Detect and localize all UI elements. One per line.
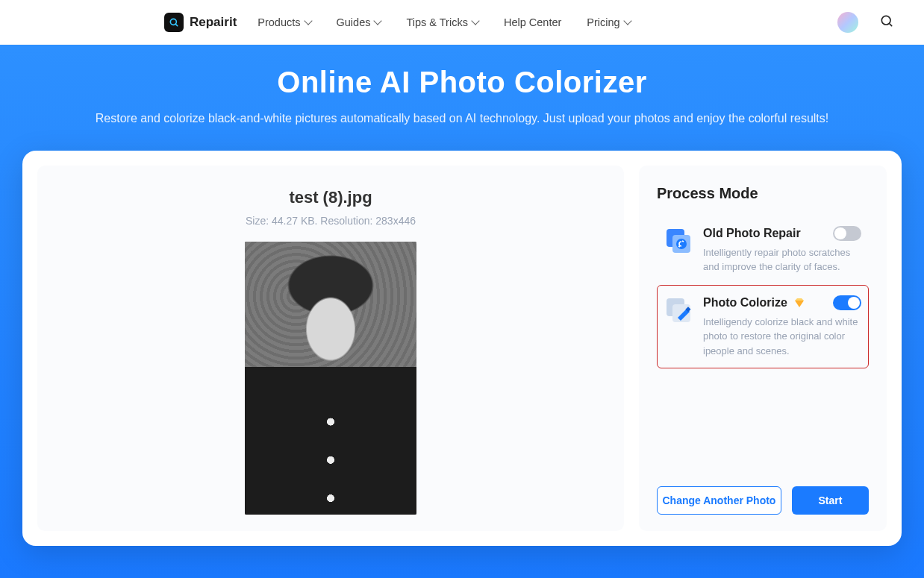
chevron-down-icon [623, 16, 631, 25]
svg-point-4 [676, 239, 687, 249]
brand-logo[interactable]: Repairit [164, 13, 237, 32]
nav-label: Pricing [587, 16, 619, 28]
nav-label: Help Center [504, 16, 561, 28]
file-meta: Size: 44.27 KB. Resolution: 283x446 [246, 215, 416, 227]
premium-badge-icon [793, 297, 805, 309]
process-mode-panel: Process Mode Old Photo Repair [639, 166, 887, 531]
chevron-down-icon [471, 16, 479, 25]
header-actions [837, 12, 894, 33]
repair-icon [664, 226, 693, 254]
nav-item-pricing[interactable]: Pricing [587, 16, 630, 28]
search-button[interactable] [879, 13, 894, 31]
nav-item-guides[interactable]: Guides [337, 16, 381, 28]
change-photo-button[interactable]: Change Another Photo [657, 486, 781, 515]
colorize-icon [664, 295, 693, 324]
main-nav: Products Guides Tips & Tricks Help Cente… [257, 16, 630, 28]
search-icon [879, 13, 894, 28]
mode-desc: Intelligendy colorize black and white ph… [703, 315, 861, 359]
chevron-down-icon [304, 16, 312, 25]
mode-name: Old Photo Repair [703, 227, 801, 240]
nav-item-tips-tricks[interactable]: Tips & Tricks [406, 16, 478, 28]
toggle-old-photo-repair[interactable] [833, 226, 861, 241]
uploaded-photo-preview [245, 242, 416, 515]
nav-item-products[interactable]: Products [257, 16, 310, 28]
mode-name: Photo Colorize [703, 296, 787, 310]
nav-label: Tips & Tricks [406, 16, 467, 28]
chevron-down-icon [374, 16, 382, 25]
mode-photo-colorize: Photo Colorize Intelligendy colorize bla… [657, 285, 869, 369]
brand-name: Repairit [190, 15, 237, 30]
main-card: test (8).jpg Size: 44.27 KB. Resolution:… [22, 151, 902, 546]
site-header: Repairit Products Guides Tips & Tricks H… [0, 0, 924, 45]
panel-title: Process Mode [657, 185, 869, 202]
nav-item-help-center[interactable]: Help Center [504, 16, 561, 28]
mode-desc: Intelligently repair photo scratches and… [703, 245, 861, 274]
logo-icon [164, 13, 184, 32]
panel-actions: Change Another Photo Start [657, 486, 869, 515]
page-subtitle: Restore and colorize black-and-white pic… [59, 110, 865, 128]
toggle-photo-colorize[interactable] [833, 295, 861, 310]
user-avatar[interactable] [837, 12, 858, 33]
hero-section: Online AI Photo Colorizer Restore and co… [0, 45, 924, 578]
nav-label: Products [257, 16, 300, 28]
mode-old-photo-repair: Old Photo Repair Intelligently repair ph… [657, 216, 869, 285]
start-button[interactable]: Start [792, 486, 869, 515]
nav-label: Guides [337, 16, 371, 28]
page-title: Online AI Photo Colorizer [0, 66, 924, 99]
preview-pane: test (8).jpg Size: 44.27 KB. Resolution:… [37, 166, 624, 531]
file-name: test (8).jpg [289, 188, 372, 207]
